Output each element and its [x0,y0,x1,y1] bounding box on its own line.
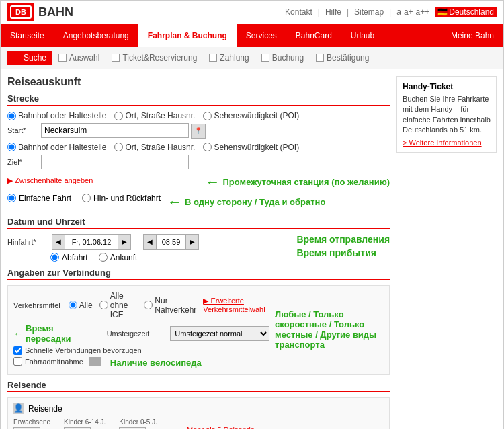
fahrt-einfach[interactable]: Einfache Fahrt [7,194,71,203]
zwischenhalte-col: Zwischenhalte angeben [7,173,198,188]
fahrt-row-wrap: Einfache Fahrt Hin- und Rückfahrt ← В од… [7,194,390,211]
verk-nah-radio[interactable] [144,301,153,309]
reisende-icon: 👤 [13,403,24,414]
step-zahlung[interactable]: Zahlung [204,51,254,65]
start-radio-row: Bahnhof oder Haltestelle Ort, Straße Hau… [7,111,390,120]
ann-fahrt-text: В одну сторону / Туда и обратно [185,197,325,207]
zwischenhalte-row: Zwischenhalte angeben ← Промежуточная ст… [7,173,390,191]
schnelle-checkbox[interactable] [13,346,22,355]
abfahrt-option[interactable]: Abfahrt [50,253,88,262]
date-input[interactable] [65,235,118,249]
verk-alle[interactable]: Alle [69,301,93,310]
verkehr-options: Alle Alle ohne ICE Nur Nahverkehr [69,291,269,319]
start-section: Bahnhof oder Haltestelle Ort, Straße Hau… [7,111,390,139]
erwachsene-label: Erwachsene [13,418,50,426]
step-suche[interactable]: Suche [7,51,52,65]
kinder05-select[interactable]: 0 [119,427,146,430]
step-ticket[interactable]: Ticket&Reservierung [106,51,202,65]
arrow-zwischenhalte: ← [205,173,220,191]
ann-abfahrt-wrap: Время отправления [296,234,390,245]
date-next-btn[interactable]: ▶ [118,235,130,249]
start-location-btn[interactable]: 📍 [191,124,206,139]
ziel-radio-bahnhof-input[interactable] [7,143,16,151]
ankunft-radio[interactable] [99,253,108,262]
start-field-wrap: 📍 [41,123,390,139]
step-auswahl[interactable]: Auswahl [53,51,105,65]
start-label: Start* [7,126,41,134]
kinder614-select[interactable]: 0 [64,427,91,430]
kinder05-label: Kinder 0-5 J. [119,418,157,426]
fahrt-rueck-input[interactable] [82,194,91,202]
kontakt-link[interactable]: Kontakt [285,7,312,17]
ann-fahrrad-wrap: Наличие велосипеда [110,358,202,368]
reisende-section-title: Reisende [7,380,390,392]
erwachsene-select[interactable]: 1 [13,427,40,430]
nav-bahncard[interactable]: BahnCard [286,24,341,47]
fahrrad-checkbox[interactable] [13,357,22,366]
ann-abfahrt-text: Время отправления [296,234,390,245]
handy-ticket-link[interactable]: > Weitere Informationen [403,139,491,147]
ziel-radio-ort[interactable]: Ort, Straße Hausnr. [114,143,195,152]
step-suche-label: Suche [24,53,46,63]
time-prev-btn[interactable]: ◀ [144,235,156,249]
reisende-section: Reisende 👤 Reisende Erwachsene 1 [7,380,390,430]
nav-services[interactable]: Services [237,24,286,47]
umstieg-select[interactable]: Umsteigezeit normal [170,326,269,341]
ankunft-label: Ankunft [110,253,138,262]
sitemap-link[interactable]: Sitemap [354,7,384,17]
step-bestatigung[interactable]: Bestätigung [310,51,374,65]
start-radio-ort[interactable]: Ort, Straße Hausnr. [114,111,195,120]
fahrrad-checkbox-row: Fahrradmitnahme [13,357,101,366]
start-radio-sehensw-input[interactable] [203,112,212,120]
verk-ohne-ice-radio[interactable] [99,301,108,309]
time-input[interactable] [156,235,186,249]
ankunft-option[interactable]: Ankunft [99,253,138,262]
abfahrt-radio[interactable] [50,253,59,262]
ziel-radio-bahnhof[interactable]: Bahnhof oder Haltestelle [7,143,106,152]
nav-startseite[interactable]: Startseite [1,24,54,47]
umstieg-row: ← Время пересадки Umsteigezeit Umsteigez… [13,323,269,344]
content-wrap: Reiseauskunft Strecke Bahnhof oder Halte… [1,69,503,429]
fahrt-rueck[interactable]: Hin- und Rückfahrt [82,194,161,203]
verk-ohne-ice[interactable]: Alle ohne ICE [99,291,138,319]
strecke-annotations: ← Промежуточная станция (по желанию) [198,173,390,191]
country-selector[interactable]: 🇩🇪 Deutschland [435,7,497,17]
verk-nah[interactable]: Nur Nahverkehr [144,296,196,315]
mehr-link[interactable]: → Mehr als 5 Reisende [177,426,255,429]
schnelle-label: Schnelle Verbindungen bevorzugen [25,346,142,354]
start-radio-bahnhof[interactable]: Bahnhof oder Haltestelle [7,111,106,120]
ziel-input[interactable] [41,155,189,169]
ziel-radio-sehensw[interactable]: Sehenswürdigkeit (POI) [203,143,299,152]
nav-meine-bahn[interactable]: Meine Bahn [442,24,503,47]
verk-erweitert-link[interactable]: ▶ Erweiterte Verkehrsmittelwahl [203,297,269,313]
nav-angebotsberatung[interactable]: Angebotsberatung [54,24,138,47]
start-radio-bahnhof-input[interactable] [7,112,16,120]
ann-zwischenhalte: ← Промежуточная станция (по желанию) [205,173,390,191]
db-logo-text: DB [10,5,32,19]
verk-alle-radio[interactable] [69,301,77,309]
arrow-fahrt: ← [167,194,182,211]
zwischenhalte-link[interactable]: Zwischenhalte angeben [7,176,93,185]
time-next-btn[interactable]: ▶ [186,235,198,249]
font-small-link[interactable]: a [396,7,401,17]
nav-urlaub[interactable]: Urlaub [341,24,384,47]
ziel-radio-sehensw-input[interactable] [203,143,212,151]
step-ticket-label: Ticket&Reservierung [122,53,197,63]
step-buchung[interactable]: Buchung [256,51,309,65]
date-prev-btn[interactable]: ◀ [52,235,65,249]
ann-umstieg-text: Время пересадки [26,323,100,344]
verkehr-row: Verkehrsmittel Alle Alle ohne ICE [13,291,269,319]
fahrt-einfach-input[interactable] [7,194,16,202]
start-radio-sehensw[interactable]: Sehenswürdigkeit (POI) [203,111,299,120]
hilfe-link[interactable]: Hilfe [325,7,341,17]
ziel-field-wrap [41,155,390,169]
nav-fahrplan[interactable]: Fahrplan & Buchung [138,24,237,47]
font-large-link[interactable]: a++ [416,7,430,17]
ziel-radio-ort-input[interactable] [114,143,123,151]
abfahrt-label: Abfahrt [62,253,88,262]
ziel-input-row: Ziel* [7,155,390,169]
verbindung-inner: Verkehrsmittel Alle Alle ohne ICE [13,291,384,368]
start-input[interactable] [41,123,189,138]
font-medium-link[interactable]: a+ [404,7,413,17]
start-radio-ort-input[interactable] [114,112,123,120]
